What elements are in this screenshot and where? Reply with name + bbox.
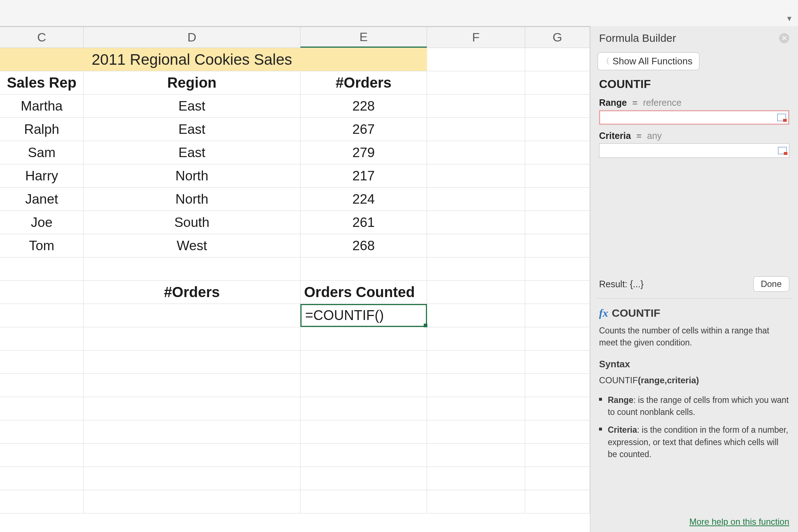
cell[interactable]: [427, 281, 525, 304]
cell[interactable]: [525, 118, 590, 141]
more-help-link[interactable]: More help on this function: [689, 517, 789, 527]
range-picker-icon[interactable]: [777, 114, 786, 121]
cell[interactable]: [84, 467, 300, 490]
cell[interactable]: [427, 48, 525, 71]
cell-rep[interactable]: Sam: [0, 141, 84, 164]
cell[interactable]: [0, 281, 84, 304]
cell[interactable]: [427, 327, 525, 350]
cell[interactable]: [0, 304, 84, 327]
close-icon[interactable]: ✕: [779, 33, 789, 43]
summary-counted-label[interactable]: Orders Counted: [300, 281, 427, 304]
header-sales-rep[interactable]: Sales Rep: [0, 71, 84, 94]
header-region[interactable]: Region: [84, 71, 300, 94]
cell[interactable]: [427, 188, 525, 211]
cell[interactable]: [84, 490, 300, 513]
cell[interactable]: [84, 444, 300, 467]
cell[interactable]: [0, 257, 84, 280]
cell[interactable]: [427, 467, 525, 490]
cell[interactable]: [427, 490, 525, 513]
cell[interactable]: [427, 234, 525, 257]
col-header-e[interactable]: E: [300, 27, 427, 48]
cell[interactable]: [300, 467, 427, 490]
cell[interactable]: [525, 95, 590, 117]
cell-rep[interactable]: Janet: [0, 188, 84, 211]
col-header-d[interactable]: D: [84, 27, 300, 48]
cell[interactable]: [427, 444, 525, 467]
show-all-functions-button[interactable]: 〈 Show All Functions: [598, 52, 699, 70]
cell[interactable]: [427, 141, 525, 164]
col-header-g[interactable]: G: [525, 27, 590, 48]
cell[interactable]: [525, 48, 590, 71]
cell[interactable]: [84, 257, 300, 280]
cell[interactable]: [84, 351, 300, 373]
cell[interactable]: [427, 397, 525, 420]
cell[interactable]: [300, 490, 427, 513]
cell-region[interactable]: North: [84, 164, 300, 187]
cell-orders[interactable]: 279: [300, 141, 427, 164]
cell[interactable]: [427, 71, 525, 94]
cell[interactable]: [525, 374, 590, 397]
col-header-c[interactable]: C: [0, 27, 84, 48]
cell[interactable]: [525, 71, 590, 94]
cell[interactable]: [427, 304, 525, 327]
cell[interactable]: [300, 351, 427, 373]
cell[interactable]: [427, 374, 525, 397]
cell[interactable]: [84, 327, 300, 350]
cell[interactable]: [84, 374, 300, 397]
arg-range-input[interactable]: [602, 111, 777, 124]
col-header-f[interactable]: F: [427, 27, 525, 48]
cell[interactable]: [525, 444, 590, 467]
cell-region[interactable]: East: [84, 95, 300, 117]
cell-orders[interactable]: 267: [300, 118, 427, 141]
cell-rep[interactable]: Harry: [0, 164, 84, 187]
cell[interactable]: [525, 467, 590, 490]
cell[interactable]: [300, 257, 427, 280]
range-picker-icon[interactable]: [778, 147, 787, 154]
cell[interactable]: [525, 420, 590, 443]
active-formula-cell[interactable]: =COUNTIF(): [300, 304, 427, 327]
cell-rep[interactable]: Tom: [0, 234, 84, 257]
cell[interactable]: [525, 397, 590, 420]
cell[interactable]: [427, 211, 525, 234]
done-button[interactable]: Done: [753, 276, 789, 292]
cell-region[interactable]: East: [84, 141, 300, 164]
cell[interactable]: [525, 327, 590, 350]
cell[interactable]: [0, 444, 84, 467]
cell[interactable]: [300, 327, 427, 350]
cell[interactable]: [525, 141, 590, 164]
cell[interactable]: [84, 420, 300, 443]
cell-orders[interactable]: 224: [300, 188, 427, 211]
cell[interactable]: [300, 48, 427, 71]
header-orders[interactable]: #Orders: [300, 71, 427, 94]
cell[interactable]: [300, 374, 427, 397]
cell[interactable]: [427, 164, 525, 187]
arg-criteria-input[interactable]: [602, 144, 778, 157]
cell-orders[interactable]: 268: [300, 234, 427, 257]
cell-rep[interactable]: Joe: [0, 211, 84, 234]
cell[interactable]: [300, 397, 427, 420]
cell[interactable]: [525, 281, 590, 304]
cell[interactable]: [427, 257, 525, 280]
cell-orders[interactable]: 217: [300, 164, 427, 187]
ribbon-collapse-caret[interactable]: ▼: [786, 15, 793, 23]
cell[interactable]: [0, 420, 84, 443]
cell[interactable]: [525, 211, 590, 234]
cell[interactable]: [525, 164, 590, 187]
cell[interactable]: [525, 304, 590, 327]
cell-region[interactable]: West: [84, 234, 300, 257]
cell[interactable]: [300, 420, 427, 443]
cell-region[interactable]: East: [84, 118, 300, 141]
cell-region[interactable]: North: [84, 188, 300, 211]
cell[interactable]: [427, 351, 525, 373]
cell[interactable]: [300, 444, 427, 467]
cell[interactable]: [84, 397, 300, 420]
cell[interactable]: [427, 95, 525, 117]
cell[interactable]: [427, 118, 525, 141]
cell[interactable]: [0, 351, 84, 373]
cell[interactable]: [84, 304, 300, 327]
cell[interactable]: [525, 257, 590, 280]
cell-orders[interactable]: 261: [300, 211, 427, 234]
summary-orders-label[interactable]: #Orders: [84, 281, 300, 304]
cell[interactable]: [0, 467, 84, 490]
cell[interactable]: [0, 490, 84, 513]
